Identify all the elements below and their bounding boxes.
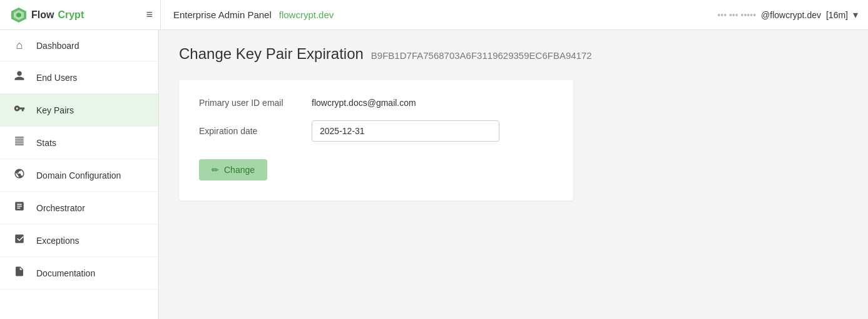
key-hash: B9FB1D7FA7568703A6F3119629359EC6FBA94172	[371, 50, 592, 61]
expiration-card: Primary user ID email flowcrypt.docs@gma…	[179, 80, 573, 201]
user-blurred: ••• ••• •••••	[717, 10, 756, 20]
header-user-area: ••• ••• ••••• @flowcrypt.dev [16m] ▾	[717, 9, 858, 21]
globe-icon	[13, 168, 26, 182]
change-pencil-icon: ✏	[212, 165, 219, 175]
flowcrypt-logo-icon	[10, 6, 28, 24]
expiration-date-input[interactable]	[312, 120, 499, 142]
header-domain: flowcrypt.dev	[279, 9, 334, 20]
main-layout: ⌂ Dashboard End Users Key Pairs Stats	[0, 30, 868, 319]
stats-icon	[13, 135, 26, 150]
sidebar-label-end-users: End Users	[36, 73, 77, 83]
change-button-label: Change	[224, 165, 255, 175]
change-button[interactable]: ✏ Change	[199, 159, 267, 180]
main-content: Change Key Pair Expiration B9FB1D7FA7568…	[159, 30, 868, 319]
home-icon: ⌂	[13, 39, 26, 52]
documentation-icon	[13, 266, 26, 280]
sidebar-label-domain-configuration: Domain Configuration	[36, 170, 121, 180]
sidebar-item-dashboard[interactable]: ⌂ Dashboard	[0, 30, 158, 61]
panel-title: Enterprise Admin Panel	[173, 9, 272, 20]
user-at-domain: @flowcrypt.dev	[761, 10, 821, 20]
sidebar-label-documentation: Documentation	[36, 268, 95, 278]
logo: FlowCrypt ≡	[10, 6, 160, 24]
session-time: [16m]	[826, 10, 848, 20]
logo-text-crypt: Crypt	[58, 9, 84, 21]
sidebar-item-domain-configuration[interactable]: Domain Configuration	[0, 159, 158, 192]
header-center: Enterprise Admin Panel flowcrypt.dev •••…	[160, 0, 858, 29]
person-icon	[13, 70, 26, 85]
page-title-row: Change Key Pair Expiration B9FB1D7FA7568…	[179, 45, 848, 63]
page-title: Change Key Pair Expiration	[179, 45, 364, 63]
sidebar-label-key-pairs: Key Pairs	[36, 105, 74, 115]
sidebar-item-key-pairs[interactable]: Key Pairs	[0, 94, 158, 127]
expiration-date-label: Expiration date	[199, 126, 312, 136]
orchestrator-icon	[13, 201, 26, 215]
sidebar-label-exceptions: Exceptions	[36, 236, 79, 246]
sidebar-item-end-users[interactable]: End Users	[0, 61, 158, 94]
user-dropdown-icon[interactable]: ▾	[853, 9, 858, 21]
exceptions-icon	[13, 233, 26, 248]
primary-email-label: Primary user ID email	[199, 98, 312, 108]
sidebar-item-documentation[interactable]: Documentation	[0, 257, 158, 290]
primary-email-value: flowcrypt.docs@gmail.com	[312, 98, 416, 108]
logo-text-flow: Flow	[31, 9, 54, 21]
sidebar: ⌂ Dashboard End Users Key Pairs Stats	[0, 30, 159, 319]
sidebar-label-stats: Stats	[36, 138, 56, 148]
sidebar-item-orchestrator[interactable]: Orchestrator	[0, 192, 158, 224]
sidebar-item-stats[interactable]: Stats	[0, 127, 158, 159]
app-header: FlowCrypt ≡ Enterprise Admin Panel flowc…	[0, 0, 868, 30]
expiration-date-row: Expiration date	[199, 120, 553, 142]
sidebar-item-exceptions[interactable]: Exceptions	[0, 224, 158, 257]
primary-email-row: Primary user ID email flowcrypt.docs@gma…	[199, 98, 553, 108]
hamburger-icon[interactable]: ≡	[146, 8, 153, 21]
sidebar-label-dashboard: Dashboard	[36, 41, 79, 51]
key-pairs-icon	[13, 103, 26, 117]
sidebar-label-orchestrator: Orchestrator	[36, 203, 85, 213]
